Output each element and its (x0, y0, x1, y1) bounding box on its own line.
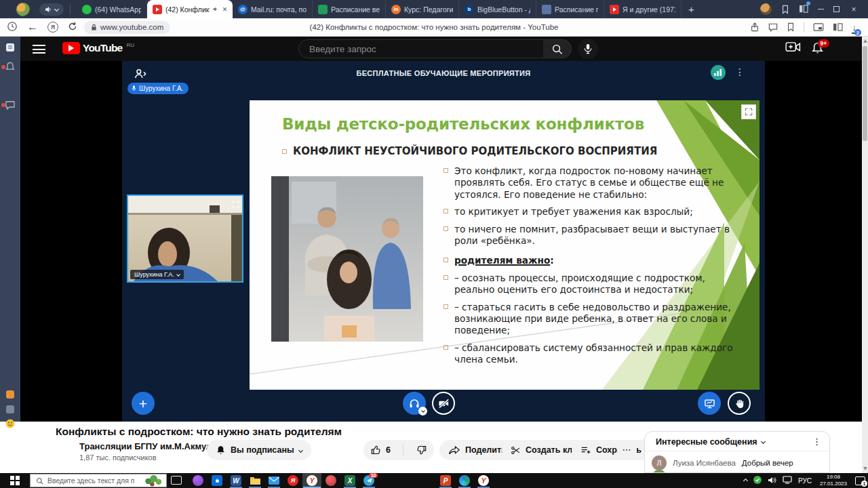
scrollbar-thumb[interactable] (863, 46, 867, 141)
audio-join-button[interactable] (403, 392, 426, 415)
history-icon[interactable] (7, 21, 18, 33)
app-edge[interactable] (455, 473, 474, 488)
close-window-button[interactable]: × (849, 5, 859, 14)
webcam-share-button[interactable] (432, 392, 455, 415)
chat-options-icon[interactable]: ⋮ (812, 436, 821, 447)
bookmark-flag-icon[interactable] (787, 22, 795, 32)
connection-status-icon[interactable] (711, 65, 726, 80)
running-apps: P Y (436, 473, 493, 488)
video-player[interactable]: БЕСПЛАТНЫЕ ОБУЧАЮЩИЕ МЕРОПРИЯТИЯ ⋮ Шурух… (0, 61, 868, 422)
taskbar-search-box[interactable] (30, 474, 167, 487)
smiley-icon[interactable] (5, 418, 16, 429)
task-view-icon[interactable] (171, 476, 182, 485)
tab-course[interactable]: in Курс: Педагогическая (386, 0, 459, 18)
services-icon[interactable] (5, 389, 16, 400)
raise-hand-button[interactable] (728, 392, 751, 415)
like-button[interactable]: 6 (363, 440, 398, 460)
app-mailru-agent[interactable] (189, 473, 208, 488)
address-bar[interactable]: www.youtube.com (84, 21, 170, 34)
scroll-down-arrow[interactable] (863, 467, 867, 470)
search-highlight-image[interactable] (142, 474, 163, 487)
yandex-button[interactable]: Я (47, 22, 58, 33)
panels-icon[interactable] (833, 23, 843, 31)
chat-bubble-icon[interactable] (5, 100, 16, 111)
webcam-name-label[interactable]: Шурухина Г.А. (130, 270, 184, 279)
app-yandex-browser-2[interactable]: Y (474, 473, 493, 488)
new-tab-button[interactable]: + (682, 3, 701, 15)
minimize-button[interactable] (818, 9, 824, 10)
audio-options-chevron[interactable] (418, 407, 427, 415)
tray-expand-icon[interactable] (743, 478, 748, 483)
browser-profile-avatar[interactable] (16, 3, 30, 16)
slide-photo (271, 176, 423, 342)
games-icon[interactable] (5, 404, 16, 415)
language-indicator[interactable]: РУС (798, 477, 812, 485)
app-word[interactable]: W (226, 473, 245, 488)
channel-name[interactable]: Трансляции БГПУ им.М.Акмуллы (79, 441, 225, 451)
downloads-icon[interactable]: ↓ 2 (852, 21, 858, 33)
tab-volume-control[interactable] (39, 3, 64, 16)
share-icon[interactable] (750, 22, 760, 32)
app-yandex-search[interactable]: Я (283, 473, 302, 488)
volume-tray-icon[interactable] (768, 474, 776, 487)
app-misc-red[interactable] (321, 473, 340, 488)
actions-plus-button[interactable]: + (132, 392, 155, 415)
tab-webinar-schedule[interactable]: Расписание вебинаро (313, 0, 386, 18)
app-file-explorer[interactable] (245, 473, 264, 488)
app-mail[interactable] (264, 473, 283, 488)
start-button[interactable] (0, 473, 30, 488)
tab-mailru[interactable]: @ Mail.ru: почта, поиск в (233, 0, 313, 18)
close-icon[interactable]: × (222, 5, 227, 14)
bookmark-icon[interactable] (781, 5, 789, 14)
notifications-bell-icon[interactable]: 9+ (811, 41, 824, 58)
tab-other-video[interactable]: Я и другие (1971) | Цве (604, 0, 682, 18)
app-excel[interactable]: X (340, 473, 359, 488)
app-store[interactable] (208, 473, 226, 488)
tab-audio-icon[interactable] (213, 6, 218, 12)
side-panels-icon[interactable] (799, 3, 808, 16)
tab-group-schedule[interactable]: Расписание группы (536, 0, 604, 18)
menu-icon[interactable] (33, 45, 45, 54)
more-actions-button[interactable]: ⋯ (617, 440, 637, 460)
clock[interactable]: 19:08 27.01.2023 (818, 474, 849, 488)
slide-fullscreen-button[interactable] (741, 104, 756, 119)
chat-filter-dropdown[interactable]: Интересные сообщения (656, 437, 757, 447)
network-tray-icon[interactable] (783, 474, 792, 487)
restore-button[interactable] (833, 6, 840, 12)
screenshare-button[interactable] (698, 392, 721, 415)
notifications-badge: 9+ (818, 39, 829, 47)
sync-profile-avatar[interactable] (760, 3, 772, 15)
page-scrollbar[interactable] (862, 37, 868, 473)
app-yandex-browser[interactable]: Y (302, 473, 321, 488)
tab-bigbluebutton[interactable]: b BigBlueButton - для за (459, 0, 536, 18)
app-telegram[interactable]: 10 (359, 473, 378, 488)
webcam-thumbnail[interactable]: Шурухина Г.А. (127, 195, 243, 283)
antivirus-tray-icon[interactable] (753, 474, 762, 487)
app-powerpoint[interactable]: P (436, 473, 455, 488)
search-input[interactable] (309, 44, 533, 54)
pip-icon[interactable] (813, 23, 824, 31)
headphones-icon (408, 397, 420, 409)
refresh-icon[interactable] (68, 22, 77, 33)
search-button[interactable] (543, 39, 572, 58)
comment-icon[interactable] (768, 23, 778, 32)
action-center-icon[interactable]: 1 (855, 476, 865, 485)
avatar[interactable]: Л (652, 455, 667, 470)
youtube-logo[interactable]: YouTube RU (62, 42, 134, 54)
notes-icon[interactable] (5, 42, 16, 53)
save-button[interactable]: Сохранить (572, 440, 650, 460)
tab-youtube-active[interactable]: (42) Конфликты с × (147, 0, 233, 18)
alarm-icon[interactable] (5, 61, 16, 72)
tab-whatsapp[interactable]: (64) WhatsApp (77, 0, 147, 18)
dislike-button[interactable] (408, 440, 434, 460)
taskbar-search-input[interactable] (47, 476, 134, 485)
scroll-up-arrow[interactable] (863, 39, 867, 43)
create-video-icon[interactable] (785, 41, 801, 56)
subscribed-button[interactable]: Вы подписаны (207, 440, 311, 460)
voice-search-button[interactable] (578, 39, 598, 59)
webcam-expand-icon[interactable] (232, 199, 239, 211)
chevron-down-icon[interactable] (761, 439, 766, 444)
options-menu-icon[interactable]: ⋮ (735, 66, 745, 77)
active-speaker-badge[interactable]: Шурухина Г.А. (127, 83, 189, 94)
back-button[interactable]: ← (27, 22, 38, 33)
